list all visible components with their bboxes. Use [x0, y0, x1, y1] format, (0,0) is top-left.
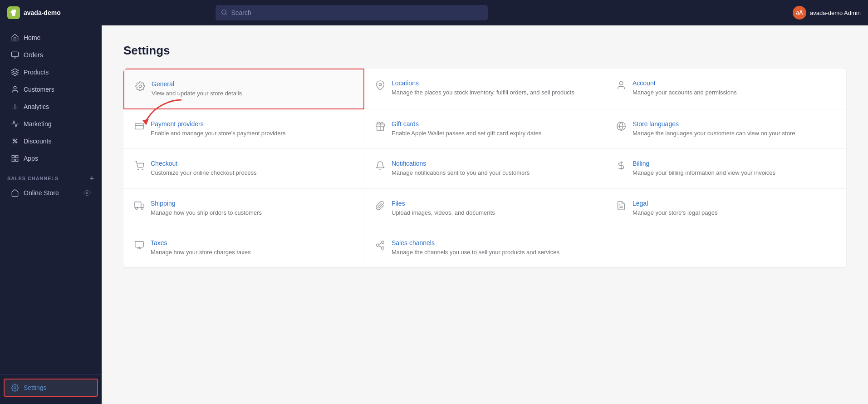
languages-title: Store languages: [633, 120, 795, 128]
notifications-icon: [375, 161, 385, 172]
payment-icon: [134, 121, 144, 133]
svg-line-41: [379, 246, 382, 247]
add-sales-channel-icon[interactable]: +: [90, 174, 94, 182]
svg-rect-15: [12, 159, 14, 162]
svg-marker-4: [12, 69, 19, 73]
orders-icon: [11, 51, 19, 59]
settings-item-shipping[interactable]: Shipping Manage how you ship orders to c…: [123, 189, 364, 228]
general-icon: [135, 81, 145, 93]
settings-item-empty: [605, 228, 846, 267]
apps-label: Apps: [24, 155, 38, 162]
sidebar-item-customers[interactable]: Customers: [4, 81, 98, 98]
legal-desc: Manage your store's legal pages: [633, 209, 717, 217]
notifications-title: Notifications: [392, 160, 530, 167]
eye-icon: [83, 189, 91, 197]
svg-point-27: [137, 169, 138, 170]
discounts-icon: [11, 137, 19, 145]
apps-icon: [11, 154, 19, 163]
billing-title: Billing: [633, 160, 775, 167]
settings-item-files[interactable]: Files Upload images, videos, and documen…: [364, 189, 605, 228]
svg-rect-21: [135, 123, 143, 129]
svg-point-39: [377, 244, 379, 246]
notifications-desc: Manage notifications sent to you and you…: [392, 169, 530, 177]
svg-line-42: [379, 243, 382, 245]
settings-item-checkout[interactable]: Checkout Customize your online checkout …: [123, 149, 364, 188]
user-badge[interactable]: aA avada-demo Admin: [793, 6, 861, 20]
store-name-area[interactable]: avada-demo: [7, 6, 61, 19]
legal-icon: [616, 201, 626, 212]
products-icon: [11, 68, 19, 76]
sidebar-item-online-store[interactable]: Online Store: [4, 185, 98, 201]
svg-rect-12: [12, 155, 14, 158]
home-icon: [11, 34, 19, 42]
analytics-icon: [11, 103, 19, 111]
settings-label: Settings: [24, 384, 47, 391]
languages-desc: Manage the languages your customers can …: [633, 129, 795, 138]
sidebar-item-discounts[interactable]: Discounts: [4, 133, 98, 149]
search-input[interactable]: [231, 9, 482, 16]
sidebar-item-marketing[interactable]: Marketing: [4, 116, 98, 132]
sidebar-item-products[interactable]: Products: [4, 64, 98, 80]
svg-point-9: [13, 139, 15, 141]
checkout-icon: [134, 161, 144, 172]
general-title: General: [152, 80, 242, 88]
marketing-icon: [11, 120, 19, 128]
customers-label: Customers: [24, 86, 54, 93]
payment-desc: Enable and manage your store's payment p…: [151, 129, 285, 138]
sidebar-item-apps[interactable]: Apps: [4, 150, 98, 167]
svg-marker-31: [141, 204, 144, 207]
svg-point-16: [86, 192, 88, 194]
locations-title: Locations: [392, 79, 574, 87]
sidebar-item-settings[interactable]: Settings: [4, 379, 98, 397]
sidebar: Home Orders Products Customers Analytics…: [0, 25, 102, 404]
settings-item-locations[interactable]: Locations Manage the places you stock in…: [364, 69, 605, 109]
sales-channels-header: SALES CHANNELS +: [0, 167, 102, 184]
payment-title: Payment providers: [151, 120, 285, 128]
settings-item-legal[interactable]: Legal Manage your store's legal pages: [605, 189, 846, 228]
main-content: Settings General View and update your st…: [102, 25, 868, 404]
avatar: aA: [793, 6, 806, 20]
settings-item-sales-channels[interactable]: Sales channels Manage the channels you u…: [364, 228, 605, 267]
settings-item-languages[interactable]: Store languages Manage the languages you…: [605, 109, 846, 149]
customers-icon: [11, 85, 19, 94]
products-label: Products: [24, 69, 49, 76]
locations-desc: Manage the places you stock inventory, f…: [392, 89, 574, 97]
settings-item-account[interactable]: Account Manage your accounts and permiss…: [605, 69, 846, 109]
svg-point-18: [139, 85, 142, 88]
svg-point-40: [382, 246, 384, 249]
settings-icon: [11, 384, 19, 392]
search-bar[interactable]: [216, 5, 488, 20]
account-icon: [616, 80, 626, 92]
sidebar-item-orders[interactable]: Orders: [4, 47, 98, 63]
files-title: Files: [392, 200, 495, 207]
general-desc: View and update your store details: [152, 89, 242, 98]
home-label: Home: [24, 34, 40, 41]
settings-item-general[interactable]: General View and update your store detai…: [123, 69, 364, 109]
settings-item-taxes[interactable]: Taxes Manage how your store charges taxe…: [123, 228, 364, 267]
svg-rect-36: [135, 241, 143, 247]
svg-rect-14: [16, 159, 18, 162]
svg-point-0: [222, 10, 226, 14]
svg-point-17: [14, 387, 16, 389]
settings-item-notifications[interactable]: Notifications Manage notifications sent …: [364, 149, 605, 188]
svg-point-5: [14, 86, 16, 89]
settings-item-payment[interactable]: Payment providers Enable and manage your…: [123, 109, 364, 149]
taxes-icon: [134, 240, 144, 252]
location-icon: [375, 80, 385, 92]
legal-title: Legal: [633, 200, 717, 207]
account-desc: Manage your accounts and permissions: [633, 89, 737, 97]
sidebar-item-analytics[interactable]: Analytics: [4, 99, 98, 115]
settings-card: General View and update your store detai…: [123, 69, 846, 267]
checkout-desc: Customize your online checkout process: [151, 169, 256, 177]
billing-desc: Manage your billing information and view…: [633, 169, 775, 177]
taxes-desc: Manage how your store charges taxes: [151, 248, 250, 256]
gift-icon: [375, 121, 385, 133]
sidebar-item-home[interactable]: Home: [4, 30, 98, 46]
settings-item-gift-cards[interactable]: Gift cards Enable Apple Wallet passes an…: [364, 109, 605, 149]
account-title: Account: [633, 79, 737, 87]
online-store-icon: [11, 189, 19, 197]
gift-cards-desc: Enable Apple Wallet passes and set gift …: [392, 129, 541, 138]
shopify-logo: [7, 6, 20, 19]
settings-item-billing[interactable]: Billing Manage your billing information …: [605, 149, 846, 188]
taxes-title: Taxes: [151, 239, 250, 246]
